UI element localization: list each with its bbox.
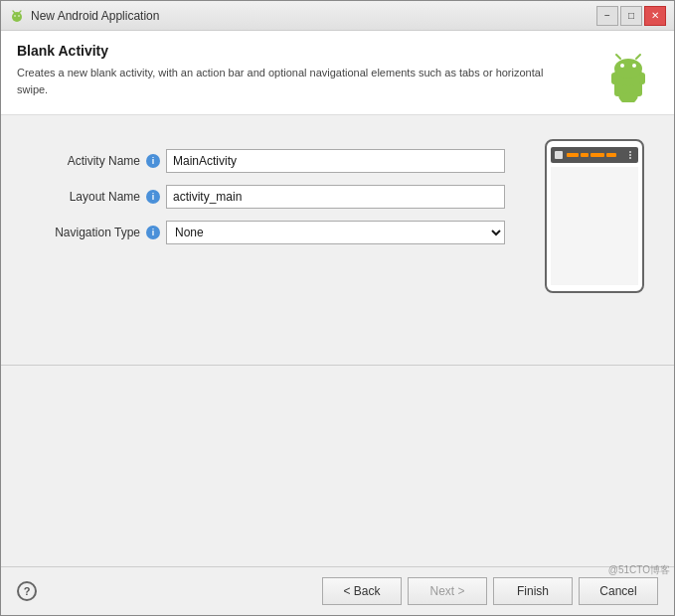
wave2 xyxy=(581,153,589,157)
navigation-type-label: Navigation Type xyxy=(21,226,140,239)
layout-name-info-icon[interactable]: i xyxy=(146,190,160,204)
footer: ? < Back Next > Finish Cancel xyxy=(1,566,674,615)
help-icon[interactable]: ? xyxy=(17,581,37,601)
phone-content xyxy=(551,167,638,285)
navigation-type-select[interactable]: None Tabs Swipe + Tabs Dropdown xyxy=(166,221,505,244)
menu-dot1 xyxy=(629,151,631,153)
navigation-type-row: Navigation Type i None Tabs Swipe + Tabs… xyxy=(21,221,505,244)
activity-name-info-icon[interactable]: i xyxy=(146,154,160,168)
activity-name-input[interactable] xyxy=(166,149,505,173)
window-title: New Android Application xyxy=(31,9,159,23)
header-text: Blank Activity Creates a new blank activ… xyxy=(17,43,598,97)
status-menu xyxy=(626,151,634,159)
layout-name-row: Layout Name i xyxy=(21,185,505,209)
main-window: New Android Application − □ ✕ Blank Acti… xyxy=(0,0,675,616)
wave4 xyxy=(606,153,616,157)
maximize-button[interactable]: □ xyxy=(620,6,642,26)
back-button[interactable]: < Back xyxy=(322,577,402,605)
form-fields: Activity Name i Layout Name i Navigation… xyxy=(21,139,505,341)
svg-rect-15 xyxy=(622,84,627,94)
menu-dot3 xyxy=(629,157,631,159)
wave1 xyxy=(567,153,579,157)
layout-name-label: Layout Name xyxy=(21,190,140,204)
wave3 xyxy=(591,153,604,157)
svg-rect-13 xyxy=(611,73,617,84)
android-logo xyxy=(598,43,658,102)
form-section: Activity Name i Layout Name i Navigation… xyxy=(1,115,674,365)
menu-dot2 xyxy=(629,154,631,156)
svg-point-10 xyxy=(632,64,636,68)
cancel-button[interactable]: Cancel xyxy=(579,577,658,605)
activity-name-label: Activity Name xyxy=(21,154,140,168)
android-icon xyxy=(9,8,25,24)
header-section: Blank Activity Creates a new blank activ… xyxy=(1,31,674,115)
svg-line-11 xyxy=(616,55,620,59)
svg-point-3 xyxy=(18,15,20,17)
svg-point-9 xyxy=(620,64,624,68)
svg-rect-14 xyxy=(639,73,645,84)
svg-point-2 xyxy=(14,15,16,17)
svg-rect-16 xyxy=(629,84,634,94)
footer-left: ? xyxy=(17,581,37,601)
svg-point-8 xyxy=(614,59,642,78)
navigation-type-info-icon[interactable]: i xyxy=(146,226,160,239)
svg-line-5 xyxy=(20,11,22,13)
finish-button[interactable]: Finish xyxy=(493,577,573,605)
status-dot xyxy=(555,151,563,159)
status-waves xyxy=(567,152,622,158)
svg-line-4 xyxy=(13,11,15,13)
section-description: Creates a new blank activity, with an ac… xyxy=(17,65,574,97)
close-button[interactable]: ✕ xyxy=(644,6,666,26)
phone-preview xyxy=(535,139,654,341)
layout-name-input[interactable] xyxy=(166,185,505,209)
minimize-button[interactable]: − xyxy=(596,6,618,26)
footer-buttons: < Back Next > Finish Cancel xyxy=(322,577,658,605)
title-bar-left: New Android Application xyxy=(9,8,159,24)
svg-line-12 xyxy=(636,55,640,59)
phone-status-bar xyxy=(551,147,638,163)
phone-frame xyxy=(545,139,644,293)
activity-name-row: Activity Name i xyxy=(21,149,505,173)
watermark: @51CTO博客 xyxy=(608,563,670,577)
lower-content xyxy=(1,366,674,567)
title-bar: New Android Application − □ ✕ xyxy=(1,1,674,31)
next-button[interactable]: Next > xyxy=(408,577,487,605)
window-controls: − □ ✕ xyxy=(596,6,666,26)
section-title: Blank Activity xyxy=(17,43,598,59)
